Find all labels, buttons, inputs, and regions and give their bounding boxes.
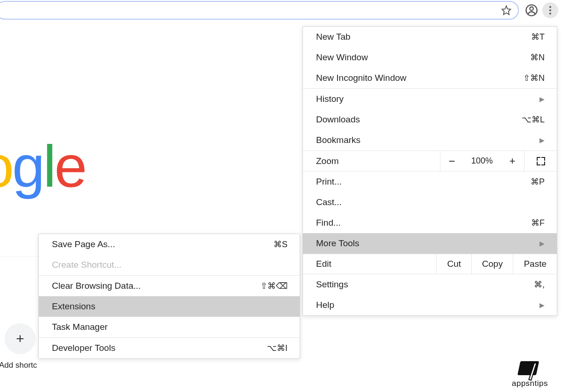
toolbar <box>0 0 561 21</box>
menu-item-new-window[interactable]: New Window ⌘N <box>303 47 557 68</box>
svg-marker-0 <box>502 6 511 14</box>
zoom-label: Zoom <box>303 156 440 166</box>
menu-item-zoom: Zoom − 100% + <box>303 151 557 171</box>
menu-item-new-incognito[interactable]: New Incognito Window ⇧⌘N <box>303 68 557 88</box>
watermark: appsntips <box>512 361 548 388</box>
chevron-right-icon: ▶ <box>539 95 545 103</box>
menu-label: Help <box>316 300 539 310</box>
google-logo: ogle <box>0 133 85 200</box>
menu-label: Downloads <box>316 114 522 125</box>
chevron-right-icon: ▶ <box>539 240 545 247</box>
menu-shortcut: ⌘S <box>273 239 288 249</box>
menu-item-print[interactable]: Print... ⌘P <box>303 171 557 192</box>
menu-item-cast[interactable]: Cast... <box>303 192 557 213</box>
menu-shortcut: ⌘T <box>531 32 545 42</box>
menu-item-bookmarks[interactable]: Bookmarks ▶ <box>303 130 557 150</box>
menu-label: Create Shortcut... <box>52 260 288 270</box>
submenu-item-clear-browsing[interactable]: Clear Browsing Data... ⇧⌘⌫ <box>39 276 300 296</box>
menu-label: Settings <box>316 279 534 290</box>
menu-shortcut: ⌘P <box>531 177 545 187</box>
svg-point-2 <box>530 7 533 10</box>
menu-label: Clear Browsing Data... <box>52 281 260 291</box>
logo-letter: l <box>43 134 54 200</box>
menu-item-history[interactable]: History ▶ <box>303 89 557 109</box>
menu-label: Find... <box>316 218 531 228</box>
menu-label: History <box>316 94 539 104</box>
submenu-item-save-page[interactable]: Save Page As... ⌘S <box>39 234 300 255</box>
zoom-in-button[interactable]: + <box>501 151 524 171</box>
menu-shortcut: ⌘, <box>534 279 545 290</box>
more-tools-submenu: Save Page As... ⌘S Create Shortcut... Cl… <box>38 234 300 359</box>
menu-button[interactable] <box>542 2 558 18</box>
menu-label: Task Manager <box>52 322 288 332</box>
chevron-right-icon: ▶ <box>539 136 545 144</box>
submenu-item-create-shortcut: Create Shortcut... <box>39 255 300 275</box>
menu-label: Save Page As... <box>52 239 273 249</box>
menu-label: New Tab <box>316 32 531 42</box>
menu-label: New Window <box>316 52 530 63</box>
zoom-out-button[interactable]: − <box>440 151 463 171</box>
menu-item-help[interactable]: Help ▶ <box>303 295 557 315</box>
chevron-right-icon: ▶ <box>539 301 545 309</box>
edit-paste-button[interactable]: Paste <box>513 254 557 274</box>
menu-label: New Incognito Window <box>316 73 523 83</box>
submenu-item-extensions[interactable]: Extensions <box>39 296 300 317</box>
address-bar[interactable] <box>0 1 519 20</box>
submenu-item-developer-tools[interactable]: Developer Tools ⌥⌘I <box>39 338 300 358</box>
edit-cut-button[interactable]: Cut <box>436 254 471 274</box>
kebab-icon <box>549 6 551 14</box>
menu-label: Extensions <box>52 301 288 312</box>
logo-letter: e <box>54 134 85 200</box>
watermark-text: appsntips <box>512 379 548 388</box>
fullscreen-icon <box>537 157 545 165</box>
plus-icon: + <box>16 331 24 347</box>
add-shortcut-button[interactable]: + <box>5 323 36 354</box>
fullscreen-button[interactable] <box>524 151 557 171</box>
zoom-value: 100% <box>463 151 501 171</box>
logo-letter: g <box>12 134 43 200</box>
menu-label: Bookmarks <box>316 135 539 145</box>
menu-label: Print... <box>316 177 531 187</box>
menu-item-downloads[interactable]: Downloads ⌥⌘L <box>303 109 557 130</box>
menu-shortcut: ⌥⌘L <box>522 114 545 125</box>
menu-item-new-tab[interactable]: New Tab ⌘T <box>303 27 557 47</box>
edit-copy-button[interactable]: Copy <box>471 254 513 274</box>
watermark-icon <box>519 361 540 378</box>
menu-label: More Tools <box>316 238 539 249</box>
menu-item-edit: Edit Cut Copy Paste <box>303 254 557 274</box>
menu-label: Developer Tools <box>52 343 267 353</box>
submenu-item-task-manager[interactable]: Task Manager <box>39 317 300 337</box>
bookmark-star-icon[interactable] <box>501 5 511 15</box>
edit-label: Edit <box>303 259 436 269</box>
main-menu: New Tab ⌘T New Window ⌘N New Incognito W… <box>302 26 557 316</box>
logo-letter: o <box>0 134 12 200</box>
menu-shortcut: ⌥⌘I <box>267 343 288 353</box>
menu-item-more-tools[interactable]: More Tools ▶ <box>303 233 557 254</box>
menu-label: Cast... <box>316 197 545 207</box>
menu-shortcut: ⌘N <box>530 52 545 63</box>
profile-button[interactable] <box>524 2 539 18</box>
menu-shortcut: ⇧⌘⌫ <box>260 281 288 291</box>
menu-item-settings[interactable]: Settings ⌘, <box>303 274 557 295</box>
menu-item-find[interactable]: Find... ⌘F <box>303 213 557 233</box>
menu-shortcut: ⌘F <box>531 218 545 228</box>
add-shortcut-label: Add shortc <box>0 361 37 370</box>
menu-shortcut: ⇧⌘N <box>523 73 545 83</box>
